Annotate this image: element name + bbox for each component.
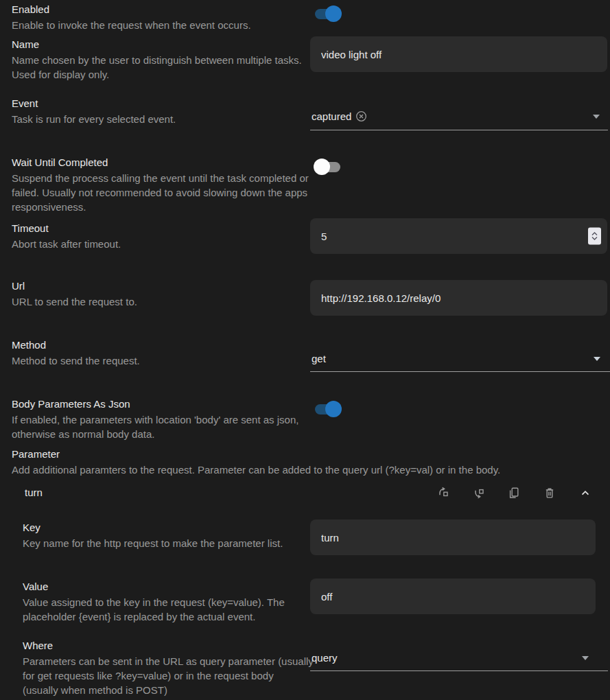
method-control-area: get [310, 329, 610, 384]
body-json-description: If enabled, the parameters with location… [12, 412, 310, 441]
url-control-area [310, 268, 610, 329]
duplicate-icon [508, 487, 520, 499]
event-text-block: Event Task is run for every selected eve… [0, 86, 310, 144]
name-text-block: Name Name chosen by the user to distingu… [0, 31, 310, 86]
key-control-area [310, 508, 610, 570]
chip-remove-icon[interactable] [355, 110, 367, 122]
body-json-label: Body Parameters As Json [12, 397, 310, 410]
where-control-area: query [310, 631, 610, 700]
where-selected-value-wrap: query [310, 645, 608, 670]
wait-text-block: Wait Until Completed Suspend the process… [0, 144, 310, 218]
field-row-timeout: Timeout Abort task after timeout. [0, 218, 610, 268]
move-before-button[interactable] [436, 487, 449, 499]
chevron-down-icon [594, 357, 600, 361]
stepper-down-icon[interactable] [591, 237, 598, 241]
enabled-text-block: Enabled Enable to invoke the request whe… [0, 0, 310, 31]
parameter-section-header: Parameter Add additional paramters to th… [0, 443, 610, 477]
wait-control-area [310, 144, 610, 218]
field-row-key: Key Key name for the http request to mak… [0, 508, 610, 570]
value-description: Value assigned to the key in the request… [23, 595, 310, 624]
parameter-description: Add additional paramters to the request.… [12, 463, 610, 477]
name-label: Name [12, 38, 310, 51]
body-json-text-block: Body Parameters As Json If enabled, the … [0, 384, 310, 443]
field-row-event: Event Task is run for every selected eve… [0, 86, 610, 144]
parameter-item-title: turn [25, 487, 43, 498]
wait-description: Suspend the process calling the event un… [12, 171, 310, 214]
chevron-down-icon [593, 115, 600, 119]
url-description: URL to send the request to. [12, 294, 310, 309]
key-description: Key name for the http request to make th… [23, 536, 310, 550]
move-after-button[interactable] [472, 487, 484, 499]
parameter-item-header: turn [0, 477, 610, 508]
value-input[interactable] [310, 579, 596, 614]
method-text-block: Method Method to send the request. [0, 329, 310, 384]
enabled-control-area [310, 0, 610, 31]
collapse-button[interactable] [579, 487, 591, 499]
where-select[interactable]: query [310, 645, 608, 671]
method-selected-value: get [312, 353, 326, 364]
body-json-control-area [310, 384, 610, 443]
body-params-as-json-toggle[interactable] [315, 404, 340, 415]
method-label: Method [12, 338, 310, 351]
event-control-area: captured [310, 86, 610, 144]
number-stepper[interactable] [588, 228, 601, 245]
toggle-knob [325, 5, 342, 22]
event-description: Task is run for every selected event. [12, 112, 310, 126]
key-input[interactable] [310, 520, 596, 555]
value-control-area [310, 570, 610, 631]
timeout-control-area [310, 218, 610, 268]
field-row-wait-until-completed: Wait Until Completed Suspend the process… [0, 144, 610, 218]
delete-icon [543, 487, 556, 499]
value-label: Value [23, 580, 310, 593]
wait-label: Wait Until Completed [12, 156, 310, 169]
field-row-name: Name Name chosen by the user to distingu… [0, 31, 610, 86]
field-row-value: Value Value assigned to the key in the r… [0, 570, 610, 631]
timeout-text-block: Timeout Abort task after timeout. [0, 218, 310, 268]
enabled-label: Enabled [12, 3, 310, 16]
field-row-body-params-as-json: Body Parameters As Json If enabled, the … [0, 384, 610, 443]
method-description: Method to send the request. [12, 353, 310, 368]
event-select[interactable]: captured [310, 103, 608, 130]
field-row-where: Where Parameters can be sent in the URL … [0, 631, 610, 700]
url-text-block: Url URL to send the request to. [0, 268, 310, 329]
url-label: Url [12, 279, 310, 292]
collapse-chevron-up-icon [579, 487, 591, 499]
event-chip-label: captured [312, 110, 351, 122]
method-selected-value-wrap: get [310, 346, 610, 371]
field-row-method: Method Method to send the request. get [0, 329, 610, 384]
timeout-label: Timeout [12, 222, 310, 235]
chevron-down-icon [582, 656, 589, 660]
url-input[interactable] [310, 280, 607, 316]
name-control-area [310, 31, 610, 86]
enabled-description: Enable to invoke the request when the ev… [12, 18, 310, 32]
key-label: Key [23, 521, 310, 534]
name-description: Name chosen by the user to distinguish b… [12, 53, 310, 82]
move-before-icon [436, 487, 449, 499]
field-row-enabled: Enabled Enable to invoke the request whe… [0, 0, 610, 31]
where-selected-value: query [312, 652, 338, 664]
parameter-item-actions [436, 487, 610, 499]
key-text-block: Key Key name for the http request to mak… [0, 508, 310, 570]
timeout-input-wrap [310, 218, 607, 254]
http-task-settings-form: Enabled Enable to invoke the request whe… [0, 0, 610, 700]
field-row-url: Url URL to send the request to. [0, 268, 610, 329]
method-select[interactable]: get [310, 346, 610, 372]
parameter-text-block: Parameter Add additional paramters to th… [0, 443, 610, 477]
value-text-block: Value Value assigned to the key in the r… [0, 570, 310, 631]
enabled-toggle[interactable] [315, 9, 340, 19]
toggle-knob [325, 401, 342, 417]
move-after-icon [472, 487, 484, 499]
stepper-up-icon[interactable] [591, 232, 598, 236]
name-input[interactable] [310, 36, 607, 72]
where-label: Where [23, 639, 310, 652]
event-label: Event [12, 97, 310, 110]
toggle-knob [314, 159, 330, 175]
timeout-description: Abort task after timeout. [12, 237, 310, 251]
where-description: Parameters can be sent in the URL as que… [23, 654, 310, 697]
where-text-block: Where Parameters can be sent in the URL … [0, 631, 310, 700]
timeout-input[interactable] [310, 218, 607, 254]
event-selected-chip: captured [310, 103, 608, 130]
delete-button[interactable] [543, 487, 556, 499]
wait-until-completed-toggle[interactable] [315, 162, 340, 172]
duplicate-button[interactable] [508, 487, 520, 499]
